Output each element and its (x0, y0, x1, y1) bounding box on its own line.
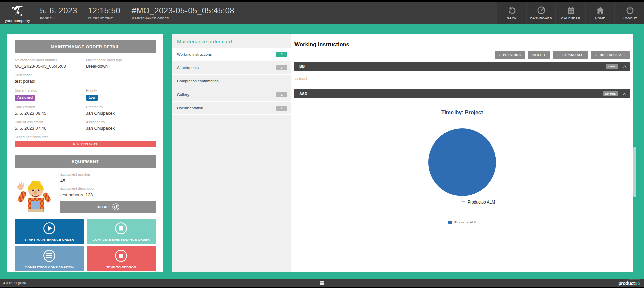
version-label: 4.3.12+11.g4fd6 (3, 281, 26, 285)
field-assigned-by: Assigned by Jan Chlupáček (86, 120, 156, 131)
home-icon (596, 6, 605, 15)
tab-attachments[interactable]: Attachments0 (172, 61, 291, 75)
collapse-all-button[interactable]: – COLLAPSE ALL (591, 51, 630, 59)
tab-gallery[interactable]: Gallery1 (172, 88, 291, 102)
header-time: 12:15:50 (88, 6, 121, 15)
maintenance-order-id: #MO_2023-05-05_05:45:08 (132, 6, 234, 15)
tab-working-instructions[interactable]: Working instructions3 (172, 48, 291, 61)
grid-icon[interactable] (320, 281, 324, 285)
field-current-status: Current status Assigned (15, 88, 86, 101)
priority-badge: Low (86, 95, 98, 101)
stop-icon (114, 222, 128, 236)
card-panel-title: Maintenance order card (172, 34, 291, 48)
tab-count-badge: 1 (276, 92, 287, 97)
company-logo-icon (10, 4, 24, 18)
callout-line (461, 195, 466, 205)
content-title: Working instructions (294, 42, 630, 48)
equipment-number: 45 (60, 178, 156, 183)
field-date-of-assigment: Date of assigment 5. 5. 2023 07:46 (15, 120, 86, 131)
logout-icon (626, 6, 634, 15)
section-header-bb[interactable]: BB 2 MIN. (294, 62, 630, 71)
field-created-by: Created by Jan Chlupáček (86, 105, 156, 116)
complete-maintenance-order-button[interactable]: COMPLETE MAINTENANCE ORDER (87, 219, 156, 244)
field-priority: Priority Low (86, 88, 156, 101)
expand-all-button[interactable]: + EXPAND ALL (553, 51, 588, 59)
chevron-left-icon: ‹ (499, 53, 501, 57)
legend-label: Productoo ALM (454, 220, 476, 224)
equipment-info: Equipment number 45 Equipment descriptio… (60, 172, 156, 213)
calendar-button[interactable]: CALENDAR (556, 2, 585, 24)
header-spacer (240, 2, 497, 24)
completion-confirmation-button[interactable]: COMPLETION CONFIRMATION (15, 246, 84, 271)
empty-cell (86, 69, 156, 84)
header-time-block: 12:15:50 CURRENT TIME (83, 2, 127, 24)
send-to-redbox-button[interactable]: SEND TO REDBOX (87, 246, 156, 271)
productoo-logo: powered by productoo (618, 279, 640, 286)
box-icon (114, 249, 128, 263)
field-mo-type: Maintenance order type Breakdown (86, 58, 156, 69)
dashboard-button[interactable]: DASHBOARD (527, 2, 555, 24)
maintenance-order-card-panel: Maintenance order card Working instructi… (172, 34, 291, 272)
order-actions: START MAINTENANCE ORDER COMPLETE MAINTEN… (15, 219, 156, 271)
chevron-up-icon (623, 91, 627, 97)
equipment-block: Equipment number 45 Equipment descriptio… (15, 172, 156, 213)
time-by-project-chart: Time by: Project Productoo ALM Productoo… (294, 110, 630, 224)
field-description: Description test poradi (15, 73, 86, 84)
working-instructions-content: Working instructions ‹ PREVIOUS NEXT › +… (291, 34, 633, 272)
tab-count-badge: 0 (276, 106, 287, 111)
previous-button[interactable]: ‹ PREVIOUS (495, 51, 525, 59)
start-maintenance-order-button[interactable]: START MAINTENANCE ORDER (15, 219, 84, 244)
play-icon (43, 222, 56, 236)
tab-documentation[interactable]: Documentation0 (172, 102, 291, 115)
company-logo-text: your company (5, 19, 30, 23)
tab-count-badge: 3 (276, 52, 287, 57)
pie-data-label: Productoo ALM (461, 196, 630, 205)
duration-badge: 2 MIN. (606, 64, 618, 69)
chevron-right-icon: › (544, 53, 545, 57)
equipment-title: EQUIPMENT (15, 155, 156, 168)
vertical-scrollbar-thumb[interactable] (633, 147, 636, 197)
maintenance-order-detail-card: MAINTENANCE ORDER DETAIL Maintenance ord… (7, 34, 163, 272)
scheduled-finish-time-bar: 6. 5. 2023 07:43 (15, 141, 156, 147)
back-icon (507, 6, 516, 15)
chart-title: Time by: Project (294, 110, 630, 116)
header-date: 5. 6. 2023 (40, 6, 77, 15)
status-badge: Assigned (15, 95, 35, 101)
header-time-label: CURRENT TIME (88, 17, 121, 20)
duration-badge: 124 MIN. (603, 91, 618, 96)
next-button[interactable]: NEXT › (528, 51, 549, 59)
equipment-detail-button[interactable]: DETAIL (60, 201, 156, 213)
chart-legend: Productoo ALM (294, 220, 630, 224)
section-body-bb: asdfasf (294, 71, 630, 86)
company-logo[interactable]: your company (0, 2, 35, 24)
legend-swatch (448, 221, 452, 224)
app-header: your company 5. 6. 2023 PONDĚLÍ 12:15:50… (0, 2, 644, 24)
header-day: PONDĚLÍ (40, 17, 77, 20)
field-mo-number: Maintenance order number MO_2023-05-05_0… (15, 58, 86, 69)
section-header-asd[interactable]: ASD 124 MIN. (294, 89, 630, 98)
minus-icon: – (595, 53, 597, 57)
external-link-icon (112, 203, 119, 211)
plus-icon: + (557, 53, 559, 57)
tab-completion-confirmation[interactable]: Completion confirmation (172, 75, 291, 88)
calendar-icon (567, 6, 575, 15)
equipment-description: test bohous..123 (60, 192, 156, 197)
instructions-toolbar: ‹ PREVIOUS NEXT › + EXPAND ALL – COLLAPS… (294, 51, 630, 59)
app-footer: 4.3.12+11.g4fd6 powered by productoo (0, 279, 644, 287)
header-date-block: 5. 6. 2023 PONDĚLÍ (35, 2, 83, 24)
header-order-block: #MO_2023-05-05_05:45:08 MAINTENANCE ORDE… (127, 2, 240, 24)
checklist-icon (43, 249, 56, 263)
back-button[interactable]: BACK (497, 2, 526, 24)
detail-fields: Maintenance order number MO_2023-05-05_0… (15, 54, 156, 131)
logout-button[interactable]: LOGOUT (615, 2, 644, 24)
home-button[interactable]: HOME (586, 2, 614, 24)
tab-count-badge: 0 (276, 65, 287, 70)
field-date-created: Date created 5. 5. 2023 09:45 (15, 105, 86, 116)
header-nav: BACK DASHBOARD CALENDAR HOME (497, 2, 644, 24)
maintenance-order-label: MAINTENANCE ORDER (132, 17, 234, 20)
chevron-up-icon (623, 63, 627, 69)
dashboard-icon (537, 6, 546, 15)
equipment-image (15, 172, 55, 212)
field-scheduled-finish-time: Scheduled finish time 6. 5. 2023 07:43 (15, 135, 156, 147)
pie-slice-productoo-alm (428, 128, 496, 196)
